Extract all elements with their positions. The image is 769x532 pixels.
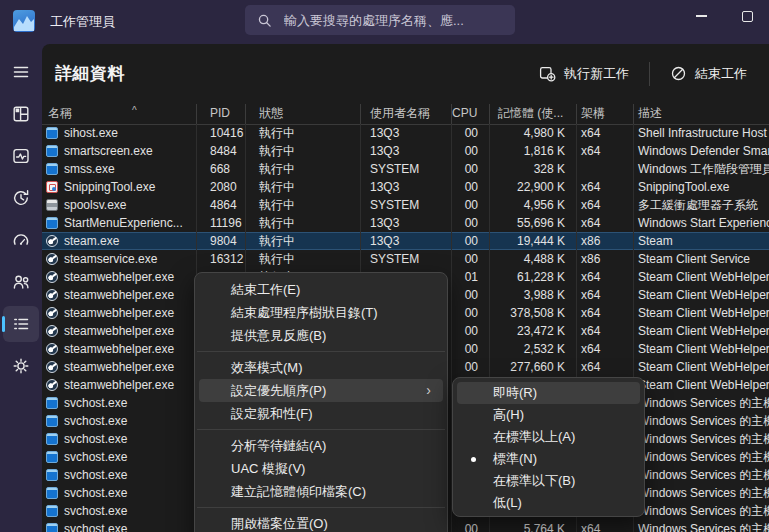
process-memory: 23,472 K <box>490 322 577 340</box>
table-row[interactable]: spoolsv.exe 4864 執行中 SYSTEM 00 4,956 K x… <box>42 196 769 214</box>
process-pid: 2080 <box>197 178 246 196</box>
context-menu-item[interactable]: 開啟檔案位置(O) › <box>199 512 443 532</box>
process-description: Windows Services 的主機處理序 <box>634 448 769 466</box>
sidebar-item-processes[interactable] <box>3 96 39 132</box>
table-row[interactable]: sihost.exe 10416 執行中 13Q3 00 4,980 K x64… <box>42 124 769 142</box>
context-menu-item[interactable]: 分析等待鏈結(A) › <box>199 434 443 457</box>
maximize-button[interactable] <box>727 0 767 32</box>
process-memory: 2,532 K <box>490 340 577 358</box>
sidebar-item-startup-apps[interactable] <box>3 222 39 258</box>
process-memory: 19,444 K <box>490 232 577 250</box>
column-header-user[interactable]: 使用者名稱 <box>361 104 452 124</box>
table-row[interactable]: StartMenuExperienc... 11196 執行中 13Q3 00 … <box>42 214 769 232</box>
context-menu-item[interactable]: UAC 模擬(V) › <box>199 457 443 480</box>
submenu-item[interactable]: 高(H) <box>457 404 640 426</box>
process-name: svchost.exe <box>64 448 127 466</box>
process-memory: 277,660 K <box>490 358 577 376</box>
menu-item-label: 高(H) <box>493 407 524 422</box>
sidebar-item-details[interactable] <box>3 306 39 342</box>
column-header-memory[interactable]: 記憶體 (使... <box>490 104 577 124</box>
column-header-cpu[interactable]: CPU <box>452 104 490 124</box>
process-status: 執行中 <box>246 178 361 196</box>
submenu-item[interactable]: 在標準以上(A) <box>457 426 640 448</box>
process-name: steamwebhelper.exe <box>64 304 174 322</box>
submenu-item[interactable]: 在標準以下(B) <box>457 470 640 492</box>
process-memory: 4,980 K <box>490 124 577 142</box>
process-memory: 328 K <box>490 160 577 178</box>
context-menu-item[interactable]: 結束處理程序樹狀目錄(T) › <box>199 301 443 324</box>
context-menu-item[interactable]: 結束工作(E) › <box>199 278 443 301</box>
process-description: Windows 工作階段管理員 <box>634 160 769 178</box>
process-arch: x64 <box>577 358 634 376</box>
process-icon <box>46 253 58 265</box>
menu-item-label: 效率模式(M) <box>231 360 303 375</box>
menu-item-label: 設定優先順序(P) <box>231 383 326 398</box>
menu-item-label: 在標準以上(A) <box>493 429 575 444</box>
process-description: Steam Client WebHelper <box>634 340 769 358</box>
submenu-item[interactable]: 低(L) <box>457 492 640 514</box>
context-menu-item[interactable]: 設定親和性(F) › <box>199 402 443 425</box>
context-menu-item[interactable]: 建立記憶體傾印檔案(C) › <box>199 480 443 503</box>
process-cpu: 00 <box>452 250 490 268</box>
table-row[interactable]: SnippingTool.exe 2080 執行中 13Q3 00 22,900… <box>42 178 769 196</box>
process-user: SYSTEM <box>361 160 452 178</box>
process-description: Shell Infrastructure Host <box>634 124 769 142</box>
run-new-task-label: 執行新工作 <box>564 65 629 83</box>
process-name: smartscreen.exe <box>64 142 153 160</box>
process-name: sihost.exe <box>64 124 118 142</box>
menu-item-label: UAC 模擬(V) <box>231 461 305 476</box>
process-arch: x64 <box>577 286 634 304</box>
context-menu-item[interactable]: 設定優先順序(P) › <box>199 379 443 402</box>
end-task-button[interactable]: 結束工作 <box>658 59 759 89</box>
process-arch: x86 <box>577 250 634 268</box>
sidebar-item-icon <box>11 356 31 376</box>
column-header-name[interactable]: 名稱 ^ <box>42 104 197 124</box>
sidebar-item-icon <box>11 104 31 124</box>
submenu-item[interactable]: 即時(R) <box>457 382 640 404</box>
column-header-status[interactable]: 狀態 <box>246 104 361 124</box>
sidebar-item-icon <box>11 272 31 292</box>
sidebar-item-icon <box>11 188 31 208</box>
search-box[interactable] <box>245 5 515 35</box>
process-icon <box>46 343 58 355</box>
process-icon <box>46 451 58 463</box>
table-row[interactable]: steam.exe 9804 執行中 13Q3 00 19,444 K x86 … <box>42 232 769 250</box>
sidebar-item-icon <box>11 230 31 250</box>
process-name: SnippingTool.exe <box>64 178 155 196</box>
column-header-pid[interactable]: PID <box>197 104 246 124</box>
table-header: 名稱 ^ PID 狀態 使用者名稱 CPU 記憶體 (使... 架構 描述 <box>42 104 769 125</box>
process-arch: x86 <box>577 232 634 250</box>
process-memory: 22,900 K <box>490 178 577 196</box>
process-name: spoolsv.exe <box>64 196 126 214</box>
context-menu-item[interactable]: 效率模式(M) › <box>199 356 443 379</box>
run-new-task-button[interactable]: 執行新工作 <box>527 59 641 89</box>
sidebar-item-users[interactable] <box>3 264 39 300</box>
table-row[interactable]: smartscreen.exe 8484 執行中 13Q3 00 1,816 K… <box>42 142 769 160</box>
process-icon <box>46 433 58 445</box>
submenu-item[interactable]: 標準(N) <box>457 448 640 470</box>
context-menu-item[interactable]: 提供意見反應(B) › <box>199 324 443 347</box>
sidebar-item-services[interactable] <box>3 348 39 384</box>
process-cpu: 00 <box>452 196 490 214</box>
process-memory: 3,988 K <box>490 286 577 304</box>
process-name: svchost.exe <box>64 484 127 502</box>
sidebar-item-app-history[interactable] <box>3 180 39 216</box>
column-header-description[interactable]: 描述 <box>634 104 769 124</box>
table-row[interactable]: smss.exe 668 執行中 SYSTEM 00 328 K Windows… <box>42 160 769 178</box>
process-description: Steam Client WebHelper <box>634 376 769 394</box>
sidebar-menu-toggle[interactable] <box>3 54 39 90</box>
minimize-button[interactable] <box>681 0 721 32</box>
process-status: 執行中 <box>246 250 361 268</box>
process-description: Steam Client WebHelper <box>634 322 769 340</box>
sidebar <box>0 44 42 532</box>
process-description: Steam Client WebHelper <box>634 268 769 286</box>
table-row[interactable]: steamservice.exe 16312 執行中 SYSTEM 00 4,4… <box>42 250 769 268</box>
menu-item-label: 結束處理程序樹狀目錄(T) <box>231 305 378 320</box>
sidebar-item-performance[interactable] <box>3 138 39 174</box>
process-name: smss.exe <box>64 160 115 178</box>
search-input[interactable] <box>282 12 515 29</box>
process-status: 執行中 <box>246 232 361 250</box>
priority-submenu: 即時(R) 高(H) 在標準以上(A) 標準(N) 在標準以下(B) 低(L) <box>452 377 645 517</box>
column-header-arch[interactable]: 架構 <box>577 104 634 124</box>
process-user: 13Q3 <box>361 214 452 232</box>
